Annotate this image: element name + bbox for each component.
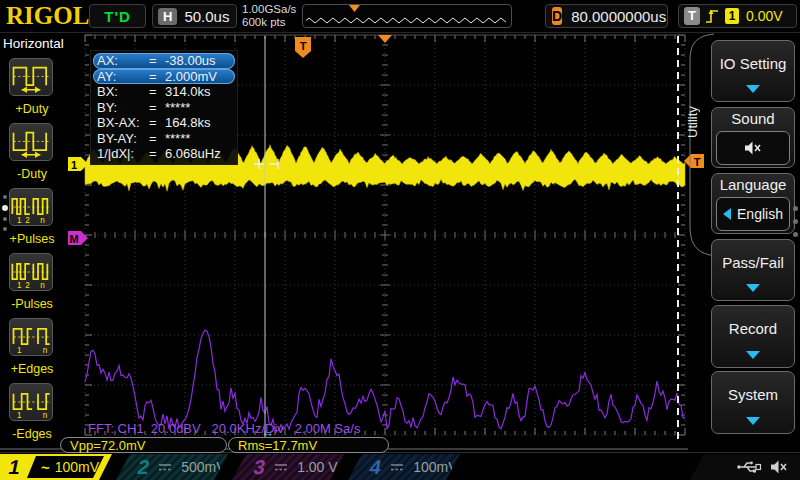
channel3-status[interactable]: 3 1.00 V [232, 454, 344, 480]
measurement-vpp[interactable]: Vpp=72.0mV [60, 437, 227, 453]
svg-text:1: 1 [17, 281, 22, 290]
channel3-scale: 1.00 V [297, 459, 337, 475]
chevron-down-icon [746, 351, 760, 359]
right-page-dot [793, 206, 798, 211]
left-page-dot-active [2, 205, 8, 211]
softkey-system[interactable]: System [711, 371, 795, 434]
channel1-marker-label: 1 [71, 159, 77, 171]
menu-item-minus-pulses[interactable]: 12n -Pulses [9, 253, 55, 311]
language-select-button[interactable]: English [716, 197, 790, 231]
cursor-row-by: BY: = ***** [93, 100, 235, 116]
plus-pulses-icon: 12n [9, 188, 53, 226]
measurement-rms[interactable]: Rms=17.7mV [228, 437, 389, 453]
cursor-row-inv-dx: 1/|dX|: = 6.068uHz [93, 146, 235, 162]
channel2-scale: 500mV [181, 459, 225, 475]
svg-text:1: 1 [17, 346, 22, 355]
channel1-status[interactable]: 1 ~ 100mV B [0, 454, 112, 480]
right-softkey-menu: Utility IO Setting Sound Language Englis… [684, 32, 800, 452]
menu-item-minus-edges[interactable]: 1n -Edges [9, 383, 55, 441]
acquisition-info: 1.00GSa/s 600k pts [242, 3, 296, 29]
channel3-number: 3 [252, 456, 268, 479]
cursor-value: 164.8ks [165, 115, 231, 130]
chevron-down-icon [746, 417, 760, 425]
left-page-dot [3, 227, 7, 231]
minus-edges-icon: 1n [9, 383, 53, 421]
trigger-level-value: 0.00V [746, 8, 783, 24]
cursor-value: -38.00us [165, 53, 231, 68]
channel2-status[interactable]: 2 500mV [116, 454, 228, 480]
sample-rate: 1.00GSa/s [242, 3, 296, 16]
h-label: H [158, 8, 177, 25]
preview-waveform-icon [303, 5, 509, 27]
cursor-value: 314.0ks [165, 84, 231, 99]
cursor-value: 6.068uHz [165, 146, 231, 161]
softkey-io-setting[interactable]: IO Setting [711, 40, 795, 102]
left-page-dot [3, 195, 7, 199]
memory-depth: 600k pts [242, 16, 296, 29]
trigger-position-flag[interactable]: T [295, 37, 311, 58]
menu-item-plus-duty[interactable]: +Duty [9, 58, 55, 116]
cursor-label: BX: [97, 84, 149, 99]
d-label: D [552, 7, 562, 25]
language-value: English [737, 206, 783, 222]
cursor-label: BY: [97, 100, 149, 115]
delay-value: 80.0000000us [571, 8, 666, 25]
utility-menu-tab: Utility [685, 72, 703, 172]
waveform-preview[interactable] [302, 4, 512, 28]
usb-icon [736, 459, 762, 475]
horizontal-timebase-box[interactable]: H 50.0us [152, 4, 237, 28]
menu-item-plus-edges[interactable]: 1n +Edges [9, 318, 55, 376]
cursor-row-by-ay: BY-AY: = ***** [93, 131, 235, 147]
svg-text:2: 2 [25, 281, 30, 290]
cursor-row-ax: AX: = -38.00us [93, 53, 235, 69]
menu-item-plus-pulses[interactable]: 12n +Pulses [9, 188, 55, 246]
cursor-label: BX-AX: [97, 115, 149, 130]
softkey-pass-fail[interactable]: Pass/Fail [711, 239, 795, 301]
cursor-label: AY: [97, 69, 149, 84]
right-page-dot [793, 219, 798, 224]
channel4-number: 4 [368, 456, 384, 479]
bandwidth-limit-badge: B [104, 460, 112, 475]
right-page-dot [793, 232, 798, 237]
cursor-value: ***** [165, 100, 231, 115]
minus-duty-icon [9, 123, 53, 161]
softkey-sound[interactable]: Sound [711, 107, 795, 168]
cursor-label: AX: [97, 53, 149, 68]
channel4-status[interactable]: 4 100mV [348, 454, 460, 480]
channel1-number: 1 [7, 456, 23, 479]
ac-coupling-icon: ~ [41, 459, 50, 476]
rising-edge-icon [705, 7, 720, 25]
svg-text:1: 1 [17, 411, 22, 420]
plus-duty-icon [9, 58, 53, 96]
svg-text:1: 1 [17, 216, 22, 225]
rigol-logo: RIGOL [6, 2, 89, 30]
timebase-value: 50.0us [184, 8, 229, 25]
chevron-left-icon [723, 208, 731, 220]
svg-text:n: n [43, 346, 48, 355]
trigger-source-badge: 1 [725, 8, 739, 24]
top-status-bar: RIGOL T'D H 50.0us 1.00GSa/s 600k pts D … [0, 0, 800, 33]
system-status-icons [690, 454, 800, 480]
softkey-language[interactable]: Language English [711, 173, 795, 234]
speaker-muted-icon [770, 459, 790, 475]
cursor-row-bx-ax: BX-AX: = 164.8ks [93, 115, 235, 131]
cursor-row-ay: AY: = 2.000mV [93, 69, 235, 85]
left-function-menu: Horizontal +Duty -Duty 12n +Pulses 12n -… [0, 32, 62, 452]
math-marker-label: M [69, 233, 78, 245]
channel-status-bar: 1 ~ 100mV B 2 500mV 3 1.00 V 4 [0, 452, 800, 480]
fft-status-line: FFT: CH1 20.0dBV 20.0KHz/Div 2.00M Sa/s [88, 421, 360, 436]
cursor-label: BY-AY: [97, 131, 149, 146]
menu-item-minus-duty[interactable]: -Duty [9, 123, 55, 181]
trigger-flag-label: T [300, 40, 307, 52]
trigger-delay-box[interactable]: D 80.0000000us [545, 4, 668, 28]
cursor-row-bx: BX: = 314.0ks [93, 84, 235, 100]
oscilloscope-screen: RIGOL T'D H 50.0us 1.00GSa/s 600k pts D … [0, 0, 800, 480]
chevron-down-icon [746, 284, 760, 292]
softkey-record[interactable]: Record [711, 305, 795, 368]
channel1-settings: ~ 100mV B [27, 456, 104, 478]
cursor-value: 2.000mV [165, 69, 231, 84]
trigger-settings-box[interactable]: T 1 0.00V [678, 4, 797, 28]
math-level-marker[interactable]: M [68, 231, 88, 245]
channel4-scale: 100mV [413, 459, 457, 475]
sound-toggle-button[interactable] [716, 131, 790, 165]
